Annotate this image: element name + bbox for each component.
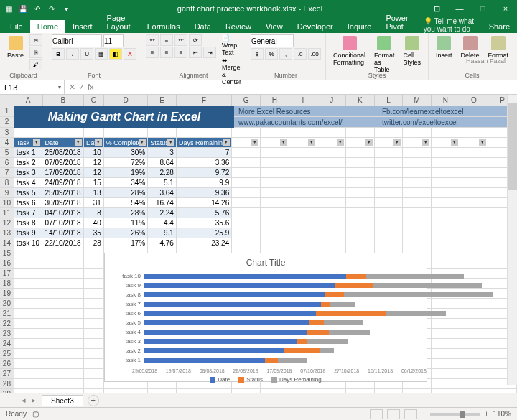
orientation-icon[interactable]: ⟳	[189, 34, 202, 46]
row-header-4[interactable]: 4	[0, 138, 14, 147]
cell[interactable]: 10	[84, 148, 104, 157]
cell[interactable]	[403, 208, 432, 218]
page-break-view-icon[interactable]	[404, 409, 417, 419]
col-header-F[interactable]: F	[177, 95, 232, 106]
chart-bar[interactable]: task 6	[119, 309, 412, 317]
cell[interactable]	[232, 218, 261, 228]
zoom-level[interactable]: 110%	[493, 410, 511, 418]
cell[interactable]	[432, 158, 460, 167]
cell[interactable]	[177, 128, 232, 137]
cell[interactable]	[84, 279, 104, 288]
row-12[interactable]: 12task 807/10/20184011%4.435.6	[0, 218, 517, 228]
cell[interactable]	[42, 369, 84, 378]
cell[interactable]: 72%	[104, 158, 148, 167]
cell[interactable]	[432, 248, 460, 258]
row-header-28[interactable]: 28	[0, 379, 14, 388]
cell[interactable]	[261, 208, 289, 218]
row-6[interactable]: 6task 207/09/20181272%8.643.36	[0, 158, 517, 168]
redo-icon[interactable]: ↷	[46, 3, 57, 14]
cell[interactable]	[403, 218, 432, 228]
macro-record-icon[interactable]: ▢	[32, 410, 39, 418]
cell[interactable]: 24/09/2018	[42, 178, 84, 187]
zoom-slider[interactable]	[430, 413, 480, 416]
cell[interactable]	[403, 168, 432, 177]
cut-icon[interactable]: ✂	[29, 34, 42, 46]
cell[interactable]	[14, 299, 43, 308]
cell[interactable]	[460, 188, 489, 197]
cell[interactable]: 25.9	[177, 228, 232, 238]
cell[interactable]: 7	[177, 148, 232, 157]
cell[interactable]	[460, 339, 489, 348]
cell[interactable]	[42, 248, 84, 258]
cell[interactable]	[84, 269, 104, 278]
chart-legend[interactable]: Date Status Days Remaining	[105, 373, 427, 386]
cell[interactable]: 30/09/2018	[42, 198, 84, 207]
wrap-text-button[interactable]: 📄 Wrap Text	[222, 34, 241, 56]
row-header-20[interactable]: 20	[0, 299, 14, 308]
row-7[interactable]: 7task 317/09/20181219%2.289.72	[0, 168, 517, 178]
format-painter-icon[interactable]: 🖌	[29, 59, 42, 70]
row-header-5[interactable]: 5	[0, 148, 14, 157]
banner-resources-url[interactable]: www.pakaccountants.com/excel/	[234, 117, 378, 127]
cell[interactable]	[261, 238, 289, 248]
col-header-H[interactable]: H	[261, 95, 289, 106]
cell[interactable]	[84, 329, 104, 338]
cell[interactable]: task 7	[14, 208, 43, 218]
tab-file[interactable]: File	[3, 20, 30, 33]
cell[interactable]	[84, 248, 104, 258]
cell[interactable]	[375, 198, 404, 207]
cell[interactable]	[403, 198, 432, 207]
cell[interactable]	[432, 148, 460, 157]
tell-me-search[interactable]: 💡 Tell me what you want to do	[424, 17, 482, 33]
cell[interactable]	[346, 228, 375, 238]
cell[interactable]: 4.4	[148, 218, 177, 228]
underline-button[interactable]: U	[80, 48, 93, 60]
cell[interactable]	[317, 238, 346, 248]
cell[interactable]: 54%	[104, 198, 148, 207]
cell[interactable]	[42, 289, 84, 298]
row-5[interactable]: 5task 125/08/20181030%37	[0, 148, 517, 158]
cell[interactable]	[460, 228, 489, 238]
cell[interactable]	[346, 238, 375, 248]
cell[interactable]	[261, 148, 289, 157]
cell[interactable]	[317, 208, 346, 218]
number-format-select[interactable]	[251, 34, 294, 47]
align-right-icon[interactable]: ≡	[174, 47, 187, 58]
cell[interactable]	[261, 188, 289, 197]
cell[interactable]: % Complete	[104, 138, 148, 147]
paste-button[interactable]: Paste	[4, 34, 27, 60]
sheet-nav-prev-icon[interactable]: ◂	[22, 396, 26, 405]
row-header-1[interactable]: 1	[0, 106, 14, 116]
cell[interactable]	[14, 258, 43, 268]
conditional-formatting-button[interactable]: Conditional Formatting	[330, 34, 368, 67]
row-header-3[interactable]: 3	[0, 128, 14, 137]
cell[interactable]	[317, 168, 346, 177]
cell[interactable]	[375, 228, 404, 238]
tab-inquire[interactable]: Inquire	[340, 20, 379, 33]
cell[interactable]	[261, 138, 289, 147]
cell[interactable]: 22/10/2018	[42, 238, 84, 248]
cell[interactable]	[460, 379, 489, 388]
cell[interactable]	[84, 369, 104, 378]
cancel-fx-icon[interactable]: ✕	[69, 83, 75, 92]
cell[interactable]: Status	[148, 138, 177, 147]
cell[interactable]: 28	[84, 238, 104, 248]
row-header-27[interactable]: 27	[0, 369, 14, 378]
cell[interactable]	[148, 128, 177, 137]
cell[interactable]	[432, 178, 460, 187]
delete-cells-button[interactable]: Delete	[458, 34, 483, 60]
cell[interactable]	[14, 369, 43, 378]
align-bottom-icon[interactable]: ⬵	[174, 34, 187, 46]
cell[interactable]: 8.64	[148, 158, 177, 167]
cell[interactable]	[289, 198, 318, 207]
ribbon-options-icon[interactable]: ⊡	[428, 4, 445, 14]
row-13[interactable]: 13task 914/10/20183526%9.125.9	[0, 228, 517, 238]
cell[interactable]: 5.1	[148, 178, 177, 187]
cell[interactable]: 4.76	[148, 238, 177, 248]
row-header-21[interactable]: 21	[0, 309, 14, 318]
cell[interactable]	[460, 128, 489, 137]
cell[interactable]	[232, 178, 261, 187]
row-header-19[interactable]: 19	[0, 289, 14, 298]
cell[interactable]	[432, 188, 460, 197]
row-header-18[interactable]: 18	[0, 279, 14, 288]
